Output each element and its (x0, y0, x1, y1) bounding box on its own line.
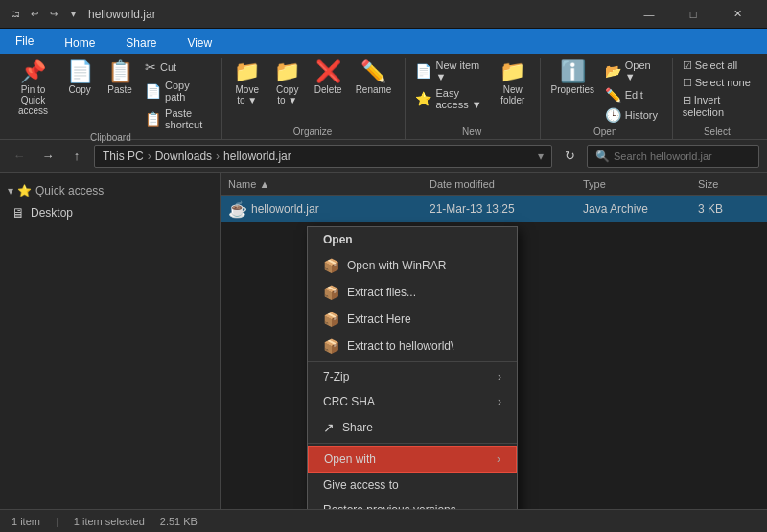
file-name: helloworld.jar (251, 202, 319, 216)
close-button[interactable]: ✕ (715, 0, 759, 29)
ctx-crc-sha[interactable]: CRC SHA › (308, 389, 517, 414)
forward-button[interactable]: → (36, 145, 59, 168)
7zip-arrow-icon: › (498, 370, 501, 383)
item-count: 1 item (12, 516, 40, 527)
properties-button[interactable]: ℹ️ Properties (546, 58, 599, 99)
search-box[interactable]: 🔍 (587, 145, 759, 168)
ctx-open-with[interactable]: Open with › (308, 446, 517, 473)
pin-icon: 📌 (20, 61, 46, 82)
copy-path-button[interactable]: 📄 Copy path (141, 78, 214, 104)
col-size[interactable]: Size (690, 178, 767, 190)
copy-button[interactable]: 📄 Copy (60, 58, 99, 99)
ctx-open[interactable]: Open (308, 227, 517, 252)
paste-button[interactable]: 📋 Paste (101, 58, 139, 99)
invert-selection-button[interactable]: ⊟ Invert selection (679, 92, 755, 120)
col-date[interactable]: Date modified (422, 178, 575, 190)
breadcrumb-item-downloads[interactable]: Downloads (155, 150, 212, 163)
maximize-button[interactable]: □ (671, 0, 715, 29)
minimize-button[interactable]: — (627, 0, 671, 29)
file-type-cell: Java Archive (575, 202, 690, 216)
move-to-button[interactable]: 📁 Moveto ▼ (228, 58, 267, 109)
ctx-7zip[interactable]: 7-Zip › (308, 364, 517, 389)
paste-shortcut-icon: 📋 (145, 111, 161, 127)
tab-share[interactable]: Share (110, 33, 172, 54)
ribbon: 📌 Pin to Quickaccess 📄 Copy 📋 Paste ✂ Cu… (0, 54, 767, 140)
cut-button[interactable]: ✂ Cut (141, 58, 214, 77)
ctx-sep-1 (308, 361, 517, 362)
sidebar: ▾ ⭐ Quick access 🖥 Desktop (0, 173, 221, 509)
edit-icon: ✏️ (605, 87, 621, 103)
ribbon-group-new: 📄 New item ▼ ⭐ Easy access ▼ 📁 Newfolder… (407, 58, 540, 139)
context-menu: Open 📦Open with WinRAR 📦Extract files...… (307, 226, 518, 509)
ctx-open-winrar[interactable]: 📦Open with WinRAR (308, 252, 517, 279)
tab-home[interactable]: Home (49, 33, 110, 54)
search-icon: 🔍 (595, 150, 610, 163)
undo-icon[interactable]: ↩ (27, 7, 42, 22)
col-type[interactable]: Type (575, 178, 690, 190)
organize-items: 📁 Moveto ▼ 📁 Copyto ▼ ❌ Delete ✏️ Rename (228, 58, 398, 127)
copy-path-icon: 📄 (145, 83, 161, 99)
breadcrumb-item-file[interactable]: helloworld.jar (223, 150, 291, 163)
title-bar: 🗂 ↩ ↪ ▾ helloworld.jar — □ ✕ (0, 0, 767, 29)
history-icon: 🕒 (605, 107, 621, 123)
ribbon-group-select: ☑ Select all ☐ Select none ⊟ Invert sele… (675, 58, 763, 139)
title-bar-icons: 🗂 ↩ ↪ ▾ (8, 7, 81, 22)
selected-count: 1 item selected (74, 516, 145, 527)
ctx-extract-files[interactable]: 📦Extract files... (308, 279, 517, 306)
new-folder-icon: 📁 (500, 61, 525, 82)
table-row[interactable]: ☕ helloworld.jar 21-Mar-13 13:25 Java Ar… (221, 196, 767, 222)
clipboard-small-buttons: ✂ Cut 📄 Copy path 📋 Paste shortcut (141, 58, 214, 132)
ctx-give-access[interactable]: Give access to (308, 473, 517, 497)
desktop-label: Desktop (31, 206, 73, 220)
breadcrumb-item-thispc[interactable]: This PC (103, 150, 144, 163)
tab-file[interactable]: File (0, 29, 49, 54)
new-items: 📄 New item ▼ ⭐ Easy access ▼ 📁 Newfolder (411, 58, 531, 127)
redo-icon[interactable]: ↪ (46, 7, 61, 22)
window-controls: — □ ✕ (627, 0, 759, 29)
clipboard-label: Clipboard (8, 132, 214, 145)
select-small-buttons: ☑ Select all ☐ Select none ⊟ Invert sele… (679, 58, 755, 120)
ctx-restore-prev[interactable]: Restore previous versions (308, 497, 517, 509)
cut-icon: ✂ (145, 59, 156, 75)
easy-access-button[interactable]: ⭐ Easy access ▼ (411, 85, 491, 112)
search-input[interactable] (614, 150, 751, 162)
open-icon: 📂 (605, 63, 621, 79)
sidebar-item-desktop[interactable]: 🖥 Desktop (0, 201, 220, 224)
status-bar: 1 item | 1 item selected 2.51 KB (0, 509, 767, 532)
open-button[interactable]: 📂 Open ▼ (601, 58, 664, 84)
history-button[interactable]: 🕒 History (601, 105, 664, 125)
pin-button[interactable]: 📌 Pin to Quickaccess (8, 58, 58, 120)
easy-access-icon: ⭐ (415, 91, 431, 106)
window-icon: 🗂 (8, 7, 23, 22)
ctx-extract-to[interactable]: 📦Extract to helloworld\ (308, 333, 517, 359)
refresh-button[interactable]: ↻ (558, 145, 581, 168)
file-list-body: ☕ helloworld.jar 21-Mar-13 13:25 Java Ar… (221, 196, 767, 509)
ribbon-tabs: File Home Share View (0, 29, 767, 54)
edit-button[interactable]: ✏️ Edit (601, 85, 664, 104)
col-name[interactable]: Name ▲ (221, 178, 422, 190)
new-item-icon: 📄 (415, 63, 431, 79)
rename-button[interactable]: ✏️ Rename (350, 58, 398, 99)
delete-button[interactable]: ❌ Delete (309, 58, 348, 99)
winrar-icon: 📦 (323, 258, 339, 273)
select-all-button[interactable]: ☑ Select all (679, 58, 755, 74)
copy-to-button[interactable]: 📁 Copyto ▼ (268, 58, 307, 109)
crc-arrow-icon: › (498, 395, 501, 408)
ctx-extract-here[interactable]: 📦Extract Here (308, 306, 517, 333)
open-with-arrow-icon: › (497, 452, 500, 466)
select-none-button[interactable]: ☐ Select none (679, 75, 755, 91)
window-title: helloworld.jar (88, 8, 627, 21)
back-button[interactable]: ← (8, 145, 31, 168)
ribbon-group-organize: 📁 Moveto ▼ 📁 Copyto ▼ ❌ Delete ✏️ Rename… (224, 58, 407, 139)
ctx-share[interactable]: ↗Share (308, 414, 517, 441)
paste-shortcut-button[interactable]: 📋 Paste shortcut (141, 105, 214, 132)
tab-view[interactable]: View (172, 33, 227, 54)
new-item-button[interactable]: 📄 New item ▼ (411, 58, 491, 84)
new-folder-button[interactable]: 📁 Newfolder (494, 58, 532, 109)
quick-access-header[interactable]: ▾ ⭐ Quick access (0, 180, 220, 201)
breadcrumb-dropdown-icon[interactable]: ▾ (538, 150, 544, 163)
breadcrumb[interactable]: This PC › Downloads › helloworld.jar ▾ (94, 145, 552, 168)
file-area: Name ▲ Date modified Type Size ☕ hellowo… (221, 173, 767, 509)
up-button[interactable]: ↑ (65, 145, 88, 168)
chevron-down-icon[interactable]: ▾ (65, 7, 81, 22)
